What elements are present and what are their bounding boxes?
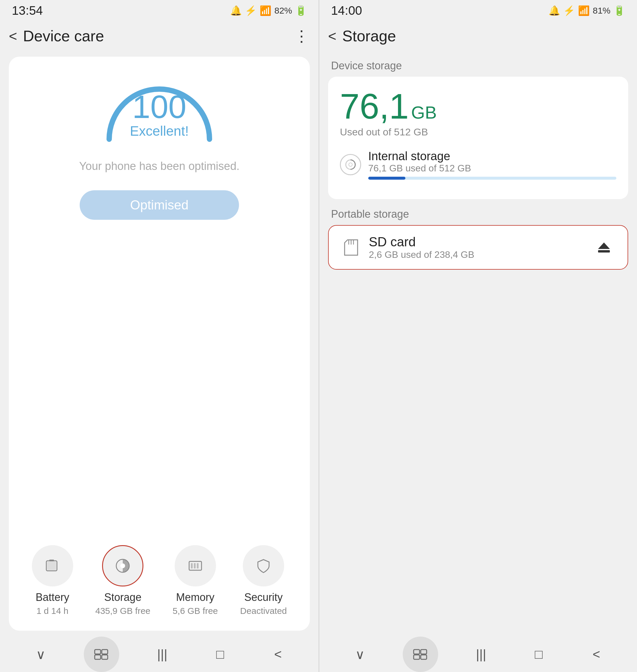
left-page-title: Device care — [23, 27, 294, 45]
alarm-icon: 🔔 — [230, 5, 242, 16]
right-battery: 81% — [593, 6, 611, 16]
sd-card-info: SD card 2,6 GB used of 238,4 GB — [369, 235, 585, 260]
internal-storage-icon — [340, 154, 361, 175]
optimise-message: Your phone has been optimised. — [79, 160, 240, 172]
security-icon-circle[interactable] — [243, 545, 284, 586]
right-chevron-down-icon: ∨ — [355, 647, 365, 662]
portable-storage-section-label: Portable storage — [319, 199, 637, 225]
svg-rect-12 — [102, 655, 108, 659]
eject-icon — [597, 240, 611, 255]
memory-item[interactable]: Memory 5,6 GB free — [172, 545, 218, 616]
storage-label: Storage — [104, 591, 141, 603]
left-nav-bar: ∨ ||| □ < — [0, 637, 318, 672]
battery-icon-circle[interactable] — [32, 545, 73, 586]
security-item[interactable]: Security Deactivated — [240, 545, 287, 616]
bottom-icons-row: Battery 1 d 14 h Storage 435,9 GB free — [18, 545, 301, 616]
storage-sublabel: 435,9 GB free — [95, 606, 150, 616]
left-nav-home[interactable]: ||| — [147, 642, 177, 666]
left-nav-square[interactable]: □ — [205, 642, 235, 666]
left-more-menu[interactable]: ⋮ — [294, 27, 310, 45]
sd-card-name: SD card — [369, 235, 585, 249]
svg-rect-10 — [95, 655, 101, 659]
right-nav-recents[interactable] — [403, 637, 438, 672]
svg-rect-21 — [414, 655, 420, 659]
svg-rect-7 — [194, 563, 196, 568]
right-recents-icon — [413, 649, 429, 660]
battery-label: Battery — [36, 591, 69, 603]
gauge-label: Excellent! — [130, 123, 188, 139]
left-top-bar: < Device care ⋮ — [0, 21, 318, 51]
svg-rect-6 — [191, 563, 193, 568]
memory-icon-circle[interactable] — [175, 545, 216, 586]
right-nav-down[interactable]: ∨ — [345, 642, 375, 666]
memory-svg-icon — [187, 557, 204, 574]
right-phone-panel: 14:00 🔔 ⚡ 📶 81% 🔋 < Storage Device stora… — [319, 0, 637, 672]
svg-rect-22 — [421, 650, 426, 654]
internal-storage-info: Internal storage 76,1 GB used of 512 GB — [368, 149, 616, 180]
right-bluetooth-icon: ⚡ — [563, 5, 575, 16]
gauge-score-container: 100 Excellent! — [130, 91, 188, 139]
home-lines-icon: ||| — [157, 647, 167, 662]
storage-main-unit: GB — [411, 102, 437, 123]
storage-main-number: 76,1 — [340, 89, 409, 124]
right-status-bar: 14:00 🔔 ⚡ 📶 81% 🔋 — [319, 0, 637, 21]
svg-rect-23 — [421, 655, 426, 659]
bluetooth-icon: ⚡ — [245, 5, 257, 16]
right-nav-back[interactable]: < — [582, 642, 611, 666]
right-time: 14:00 — [331, 3, 362, 18]
right-nav-back-icon: < — [593, 647, 600, 662]
left-status-icons: 🔔 ⚡ 📶 82% 🔋 — [230, 5, 307, 16]
left-back-button[interactable]: < — [9, 28, 17, 44]
svg-rect-1 — [49, 560, 54, 561]
storage-card: 76,1 GB Used out of 512 GB Internal stor… — [328, 77, 628, 199]
storage-item[interactable]: Storage 435,9 GB free — [95, 545, 150, 616]
security-sublabel: Deactivated — [240, 606, 287, 616]
wifi-icon: 📶 — [260, 5, 271, 16]
svg-rect-20 — [414, 650, 420, 654]
right-status-icons: 🔔 ⚡ 📶 81% 🔋 — [548, 5, 625, 16]
svg-point-14 — [349, 163, 352, 166]
right-alarm-icon: 🔔 — [548, 5, 560, 16]
storage-used-of: Used out of 512 GB — [340, 126, 616, 138]
chevron-down-icon: ∨ — [36, 647, 46, 662]
battery-icon: 🔋 — [295, 5, 307, 16]
eject-button[interactable] — [592, 236, 616, 259]
optimised-button[interactable]: Optimised — [80, 190, 239, 220]
right-nav-home[interactable]: ||| — [466, 642, 496, 666]
svg-point-4 — [121, 563, 125, 568]
left-time: 13:54 — [12, 3, 43, 18]
internal-storage-progress — [368, 177, 616, 180]
battery-svg-icon — [44, 557, 61, 574]
memory-label: Memory — [176, 591, 215, 603]
right-home-lines-icon: ||| — [476, 647, 486, 662]
left-nav-down[interactable]: ∨ — [26, 642, 55, 666]
square-icon: □ — [216, 647, 224, 662]
storage-icon-circle[interactable] — [102, 545, 143, 586]
sd-card-icon — [341, 237, 362, 258]
right-page-title: Storage — [342, 27, 628, 45]
right-top-bar: < Storage — [319, 21, 637, 51]
right-back-button[interactable]: < — [328, 28, 336, 44]
right-nav-square[interactable]: □ — [524, 642, 553, 666]
recents-icon — [93, 649, 109, 660]
battery-item[interactable]: Battery 1 d 14 h — [32, 545, 73, 616]
svg-rect-11 — [102, 650, 108, 654]
circle-chart-icon — [344, 158, 357, 171]
left-phone-panel: 13:54 🔔 ⚡ 📶 82% 🔋 < Device care ⋮ 100 Ex… — [0, 0, 318, 672]
security-label: Security — [244, 591, 283, 603]
svg-rect-9 — [95, 650, 101, 654]
sd-card-detail: 2,6 GB used of 238,4 GB — [369, 249, 585, 260]
left-nav-recents[interactable] — [84, 637, 119, 672]
internal-storage-row[interactable]: Internal storage 76,1 GB used of 512 GB — [340, 149, 616, 180]
storage-svg-icon — [114, 557, 132, 575]
score-gauge: 100 Excellent! — [97, 77, 221, 145]
main-card: 100 Excellent! Your phone has been optim… — [9, 57, 310, 631]
right-nav-bar: ∨ ||| □ < — [319, 637, 637, 672]
left-status-bar: 13:54 🔔 ⚡ 📶 82% 🔋 — [0, 0, 318, 21]
internal-storage-detail: 76,1 GB used of 512 GB — [368, 163, 616, 174]
sd-card-row[interactable]: SD card 2,6 GB used of 238,4 GB — [328, 225, 628, 270]
storage-number-row: 76,1 GB — [340, 89, 616, 124]
internal-storage-name: Internal storage — [368, 149, 616, 163]
device-storage-section-label: Device storage — [319, 51, 637, 77]
left-nav-back[interactable]: < — [263, 642, 293, 666]
